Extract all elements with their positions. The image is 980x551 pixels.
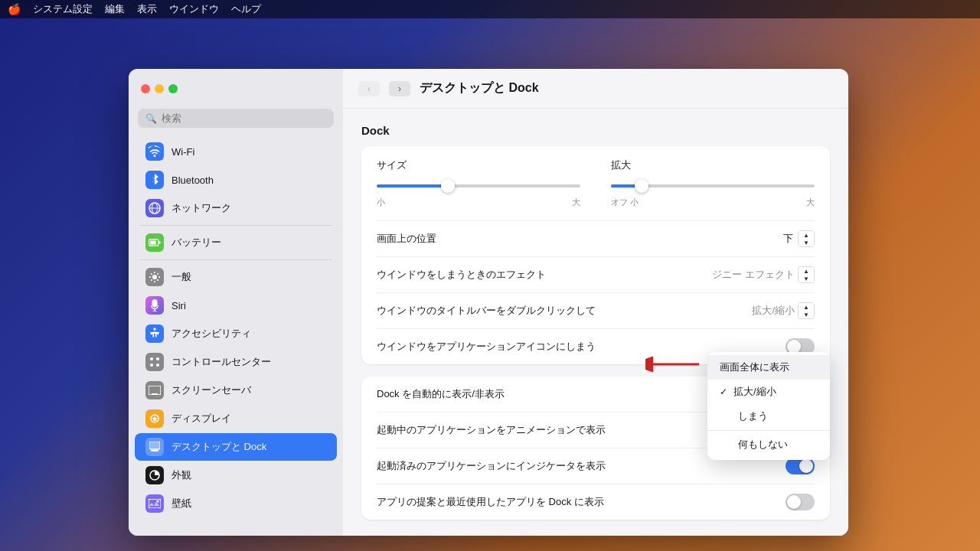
dropdown-item-minimize-label: しまう [738, 409, 768, 423]
sidebar-item-general[interactable]: 一般 [135, 263, 337, 291]
network-icon [145, 199, 164, 217]
general-icon [145, 268, 164, 286]
sidebar-divider-1 [139, 225, 332, 226]
sidebar-item-desktop[interactable]: デスクトップと Dock [135, 433, 337, 461]
sidebar: 🔍 Wi-Fi Bluetooth [129, 69, 343, 536]
double-click-stepper-up[interactable]: ▲ [799, 303, 814, 311]
dropdown-item-zoom-label: 拡大/縮小 [733, 385, 776, 399]
position-stepper[interactable]: ▲ ▼ [798, 230, 815, 247]
double-click-value[interactable]: 拡大/縮小 ▲ ▼ [752, 302, 815, 319]
svg-point-22 [157, 500, 159, 503]
svg-point-11 [156, 357, 159, 360]
show-indicators-toggle[interactable] [786, 458, 815, 474]
window-effect-row: ウインドウをしまうときのエフェクト ジニー エフェクト ▲ ▼ [361, 257, 830, 292]
window-effect-stepper-up[interactable]: ▲ [799, 267, 814, 275]
controlcenter-icon [145, 353, 164, 371]
show-recent-row: アプリの提案と最近使用したアプリを Dock に表示 [361, 484, 830, 520]
accessibility-icon [145, 324, 164, 343]
sidebar-label-bluetooth: Bluetooth [172, 174, 214, 186]
mag-slider-ends: オフ 小 大 [611, 197, 815, 208]
sidebar-list: Wi-Fi Bluetooth ネットワーク [129, 134, 343, 536]
screensaver-icon [145, 381, 164, 399]
toggle-knob-indicators [799, 459, 813, 473]
sidebar-item-accessibility[interactable]: アクセシビリティ [135, 320, 337, 347]
position-row: 画面上の位置 下 ▲ ▼ [361, 221, 830, 256]
svg-rect-21 [149, 499, 161, 508]
display-icon [145, 409, 164, 428]
sidebar-label-wallpaper: 壁紙 [172, 497, 191, 510]
menu-system-settings[interactable]: システム設定 [33, 2, 93, 16]
position-value[interactable]: 下 ▲ ▼ [783, 230, 815, 247]
double-click-row: ウインドウのタイトルバーをダブルクリックして 拡大/縮小 ▲ ▼ [361, 293, 830, 328]
svg-point-12 [150, 364, 153, 367]
sidebar-label-appearance: 外観 [172, 468, 191, 482]
mag-label: 拡大 [611, 158, 815, 172]
svg-rect-18 [151, 450, 158, 452]
close-button[interactable] [141, 84, 150, 93]
show-recent-toggle[interactable] [786, 494, 815, 510]
sidebar-label-accessibility: アクセシビリティ [172, 327, 251, 341]
search-input[interactable] [162, 112, 326, 124]
menu-view[interactable]: 表示 [137, 2, 157, 16]
size-slider-thumb[interactable] [441, 179, 455, 193]
sidebar-label-network: ネットワーク [172, 201, 231, 215]
menu-help[interactable]: ヘルプ [231, 2, 261, 16]
size-slider-track[interactable] [377, 184, 580, 187]
apple-menu[interactable]: 🍎 [8, 3, 21, 15]
traffic-lights [141, 84, 178, 93]
siri-icon [145, 296, 164, 315]
size-label: サイズ [377, 158, 580, 172]
back-button[interactable]: ‹ [358, 81, 380, 96]
double-click-label: ウインドウのタイトルバーをダブルクリックして [377, 304, 596, 318]
wifi-icon [145, 142, 164, 161]
sidebar-item-network[interactable]: ネットワーク [135, 194, 337, 222]
stepper-down[interactable]: ▼ [799, 239, 814, 246]
dropdown-item-fullscreen[interactable]: 画面全体に表示 [707, 355, 830, 380]
sidebar-label-siri: Siri [172, 300, 186, 311]
animate-open-label: 起動中のアプリケーションをアニメーションで表示 [377, 423, 606, 437]
minimize-button[interactable] [155, 84, 164, 93]
double-click-text: 拡大/縮小 [752, 304, 795, 318]
dropdown-item-minimize[interactable]: しまう [707, 404, 830, 429]
arrow-indicator [645, 355, 707, 377]
dropdown-divider [707, 430, 830, 431]
maximize-button[interactable] [168, 84, 178, 93]
sidebar-item-wifi[interactable]: Wi-Fi [135, 138, 337, 165]
mag-slider-thumb[interactable] [635, 179, 648, 193]
svg-point-9 [153, 328, 156, 331]
menu-edit[interactable]: 編集 [105, 2, 125, 16]
sidebar-item-screensaver[interactable]: スクリーンセーバ [135, 377, 337, 404]
position-text: 下 [783, 232, 793, 246]
sidebar-item-appearance[interactable]: 外観 [135, 461, 337, 489]
position-label: 画面上の位置 [377, 232, 436, 246]
sidebar-item-bluetooth[interactable]: Bluetooth [135, 166, 337, 194]
sidebar-item-battery[interactable]: バッテリー [135, 229, 337, 256]
content-body: Dock サイズ 小 大 [343, 109, 848, 536]
sidebar-item-wallpaper[interactable]: 壁紙 [135, 490, 337, 517]
sidebar-item-display[interactable]: ディスプレイ [135, 405, 337, 432]
dropdown-item-nothing[interactable]: 何もしない [707, 432, 830, 457]
mag-slider-track[interactable] [611, 184, 815, 187]
menu-window[interactable]: ウインドウ [169, 2, 219, 16]
window-effect-stepper[interactable]: ▲ ▼ [798, 266, 815, 283]
window-effect-stepper-down[interactable]: ▼ [799, 275, 814, 282]
desktop-icon [145, 438, 164, 456]
double-click-stepper[interactable]: ▲ ▼ [798, 302, 815, 319]
sidebar-label-screensaver: スクリーンセーバ [172, 383, 251, 397]
main-content: ‹ › デスクトップと Dock Dock サイズ 小 [343, 69, 848, 536]
stepper-up[interactable]: ▲ [799, 231, 814, 239]
window-effect-value[interactable]: ジニー エフェクト ▲ ▼ [712, 266, 815, 283]
double-click-stepper-down[interactable]: ▼ [799, 311, 814, 318]
svg-rect-5 [150, 241, 156, 245]
sidebar-label-desktop: デスクトップと Dock [172, 440, 266, 454]
sidebar-item-controlcenter[interactable]: コントロールセンター [135, 348, 337, 376]
size-max-label: 大 [572, 197, 580, 208]
forward-button[interactable]: › [389, 81, 410, 96]
dropdown-item-zoom[interactable]: ✓ 拡大/縮小 [707, 380, 830, 404]
search-bar[interactable]: 🔍 [138, 109, 334, 128]
battery-icon [145, 233, 164, 252]
page-title: デスクトップと Dock [420, 80, 539, 96]
sidebar-titlebar [129, 69, 343, 109]
sidebar-item-siri[interactable]: Siri [135, 292, 337, 319]
size-slider-fill [377, 184, 448, 187]
